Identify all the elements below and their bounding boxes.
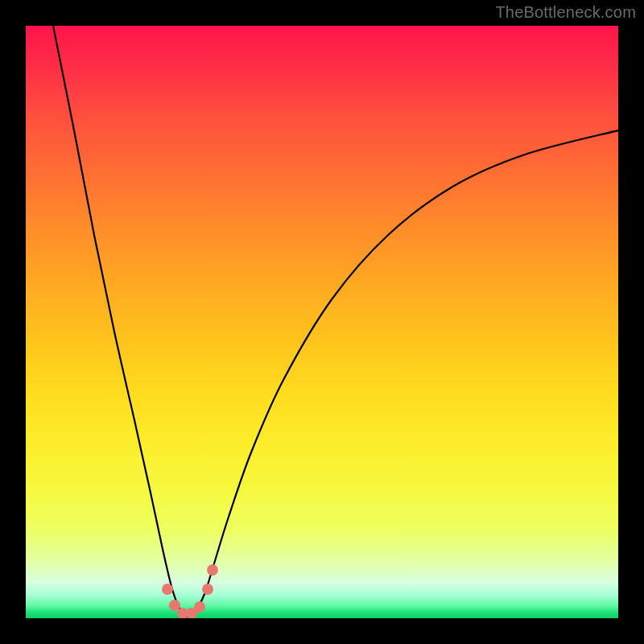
marker-dot [202, 584, 213, 595]
marker-dot [162, 584, 173, 595]
markers-group [162, 564, 218, 618]
marker-dot [169, 600, 180, 611]
marker-dot [207, 564, 218, 576]
plot-area [26, 26, 618, 618]
marker-layer [26, 26, 618, 618]
chart-frame: TheBottleneck.com [0, 0, 644, 644]
watermark-text: TheBottleneck.com [495, 3, 636, 22]
marker-dot [194, 601, 205, 613]
